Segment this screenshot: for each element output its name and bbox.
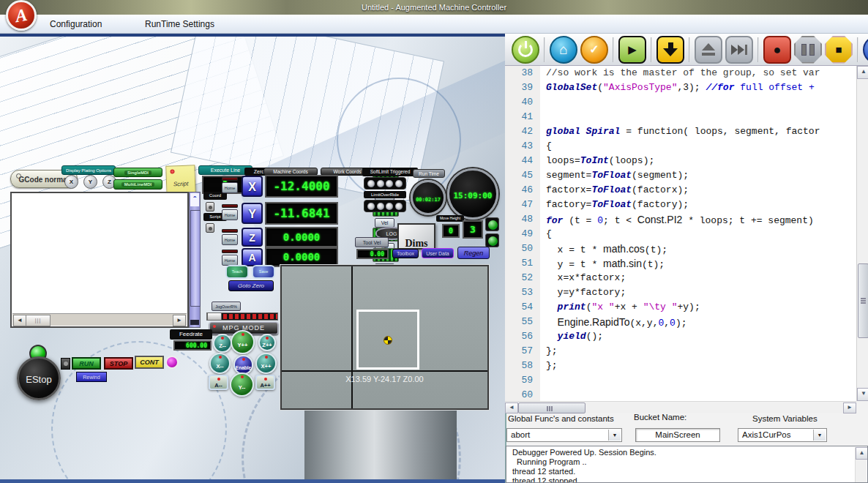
debug-output[interactable]: Debugger Powered Up. Session Begins. Run… <box>506 446 868 483</box>
jog-z-minus-button[interactable]: Z-- <box>213 334 232 353</box>
slider-knob[interactable] <box>207 312 222 321</box>
run-button[interactable]: RUN <box>72 357 101 370</box>
code-line[interactable]: 44loops=ToInt(loops); <box>505 154 868 168</box>
toolbar-check-button[interactable]: ✓ <box>580 36 608 64</box>
code-line[interactable]: 47factory=ToFloat(factory); <box>505 198 868 212</box>
code-line[interactable]: 52 x=x*factorx; <box>505 271 868 285</box>
single-mdi-button[interactable]: SingleMDI <box>113 168 162 177</box>
toolbar-down-arrow-button[interactable] <box>656 36 684 64</box>
scroll-left-icon[interactable]: ◄ <box>13 315 26 326</box>
toolbar-skip-end-button[interactable] <box>725 36 753 64</box>
chevron-down-icon[interactable]: ▼ <box>608 430 621 441</box>
script-editor[interactable]: 38//so work is the master of the group, … <box>505 66 868 401</box>
axis-y-button[interactable]: Y <box>242 203 263 224</box>
code-line[interactable]: 51 y = t * math.sin(t); <box>505 256 868 271</box>
toolbar-stop-button[interactable]: ■ <box>825 36 853 64</box>
gcode-listing[interactable]: ◄ ||| ► <box>10 192 189 328</box>
code-line[interactable]: 53 y=y*factory; <box>505 285 868 300</box>
toolbar-pause-button[interactable] <box>794 36 822 64</box>
jog-y-plus-button[interactable]: Y++ <box>231 330 255 354</box>
save-button[interactable]: Save <box>252 265 275 279</box>
code-line[interactable]: 40 <box>505 95 868 110</box>
system-variables-dropdown[interactable]: Axis1CurPos ▼ <box>738 428 827 442</box>
toolbox-button[interactable]: Toolbox <box>392 249 419 258</box>
code-line[interactable]: 60 <box>505 388 868 401</box>
code-line[interactable]: 38//so work is the master of the group, … <box>505 66 868 80</box>
user-data-button[interactable]: User Data <box>422 248 454 258</box>
scroll-thumb[interactable]: ||| <box>26 315 50 326</box>
editor-hscrollbar[interactable]: ◄ ► <box>505 401 856 413</box>
code-line[interactable]: 55 Engine.RapidTo(x,y,0,0); <box>505 315 868 329</box>
counter-up-button[interactable] <box>485 217 499 231</box>
toolbar-play-button[interactable]: ▶ <box>618 36 646 64</box>
menu-runtime-settings[interactable]: RunTime Settings <box>141 18 219 31</box>
gcode-hscrollbar[interactable]: ◄ ||| ► <box>12 313 187 326</box>
code-line[interactable]: 42global Spiral = function( loops, segme… <box>505 124 868 139</box>
scroll-thumb[interactable] <box>518 402 585 413</box>
axis-x-button[interactable]: X <box>242 176 263 197</box>
toolbar-next-button[interactable]: → <box>863 36 868 64</box>
code-line[interactable]: 56 yield(); <box>505 329 868 344</box>
counter-down-button[interactable] <box>485 233 499 247</box>
code-line[interactable]: 46factorx=ToFloat(factorx); <box>505 183 868 198</box>
code-line[interactable]: 41 <box>505 110 868 124</box>
code-line[interactable]: 57}; <box>505 344 868 359</box>
dims-box[interactable]: Dims <box>397 223 435 250</box>
scroll-down-icon[interactable]: ▼ <box>857 388 868 401</box>
jog-override-button[interactable]: JogOverR% <box>212 302 241 311</box>
global-funcs-dropdown[interactable]: abort ▼ <box>506 428 622 442</box>
editor-vscrollbar[interactable]: ▲ ▼ <box>856 66 868 401</box>
code-line[interactable]: 59 <box>505 373 868 388</box>
scroll-up-icon[interactable]: ˆ <box>190 193 199 206</box>
jog-a-minus-button[interactable]: A-- <box>209 375 228 390</box>
home-z-button[interactable]: Home <box>222 234 238 245</box>
jog-x-plus-button[interactable]: X++ <box>255 353 277 374</box>
scroll-up-icon[interactable]: ▲ <box>856 447 868 460</box>
code-line[interactable]: 58}; <box>505 359 868 373</box>
scroll-left-icon[interactable]: ◄ <box>505 402 518 413</box>
estop-button[interactable]: EStop <box>17 356 61 400</box>
scroll-thumb[interactable] <box>190 210 201 307</box>
home-x-button[interactable]: Home <box>222 182 238 193</box>
code-line[interactable]: 39GlobalSet("AxisPosType",3); //for full… <box>505 80 868 95</box>
run-option-button[interactable] <box>61 358 70 370</box>
axis-z-button[interactable]: Z <box>242 228 263 247</box>
bucket-name-field[interactable]: MainScreen <box>635 428 720 442</box>
code-line[interactable]: 45segment=ToFloat(segment); <box>505 168 868 183</box>
jog-z-plus-button[interactable]: Z++ <box>258 334 276 351</box>
axis-select-x-button[interactable]: X <box>64 175 78 189</box>
jog-override-slider[interactable] <box>206 312 278 321</box>
menu-configuration[interactable]: Configuration <box>45 18 106 31</box>
code-line[interactable]: 43{ <box>505 139 868 154</box>
debug-vscrollbar[interactable]: ▲ <box>855 447 867 482</box>
script-toggle-button[interactable] <box>206 223 214 233</box>
home-y-button[interactable]: Home <box>222 209 238 220</box>
coord-toggle-button[interactable] <box>206 202 214 211</box>
code-line[interactable]: 54 print("x "+x + "\ty "+y); <box>505 300 868 315</box>
code-line[interactable]: 49{ <box>505 227 868 242</box>
multiline-mdi-button[interactable]: MultiLineMDI <box>113 179 162 190</box>
code-line[interactable]: 48for (t = 0; t < Const.PI2 * loops; t +… <box>505 212 868 227</box>
chevron-down-icon[interactable]: ▼ <box>813 430 826 441</box>
scroll-right-icon[interactable]: ► <box>843 402 856 413</box>
jog-enable-button[interactable]: Enable <box>233 355 253 375</box>
scroll-right-icon[interactable]: ► <box>173 315 186 326</box>
scroll-up-icon[interactable]: ▲ <box>857 66 868 79</box>
axis-select-y-button[interactable]: Y <box>83 175 97 189</box>
regen-button[interactable]: Regen <box>457 247 490 259</box>
toolbar-power-button[interactable] <box>512 36 539 64</box>
goto-zero-button[interactable]: Goto Zero <box>228 280 274 291</box>
axis-a-button[interactable]: A <box>242 248 263 266</box>
cont-button[interactable]: CONT <box>135 356 164 369</box>
home-a-button[interactable]: Home <box>222 255 238 266</box>
jog-x-minus-button[interactable]: X-- <box>209 353 231 374</box>
tool-vel-button[interactable]: Tool Vel <box>355 237 389 247</box>
code-line[interactable]: 50 x = t * math.cos(t); <box>505 242 868 256</box>
rewind-button[interactable]: Rewind <box>76 372 107 382</box>
teach-button[interactable]: Teach <box>225 265 249 279</box>
jog-y-minus-button[interactable]: Y-- <box>230 372 254 397</box>
scroll-thumb[interactable] <box>858 263 868 338</box>
jog-a-plus-button[interactable]: A++ <box>255 375 275 390</box>
stop-button[interactable]: STOP <box>104 357 133 370</box>
toolbar-home-button[interactable]: ⌂ <box>550 36 577 64</box>
